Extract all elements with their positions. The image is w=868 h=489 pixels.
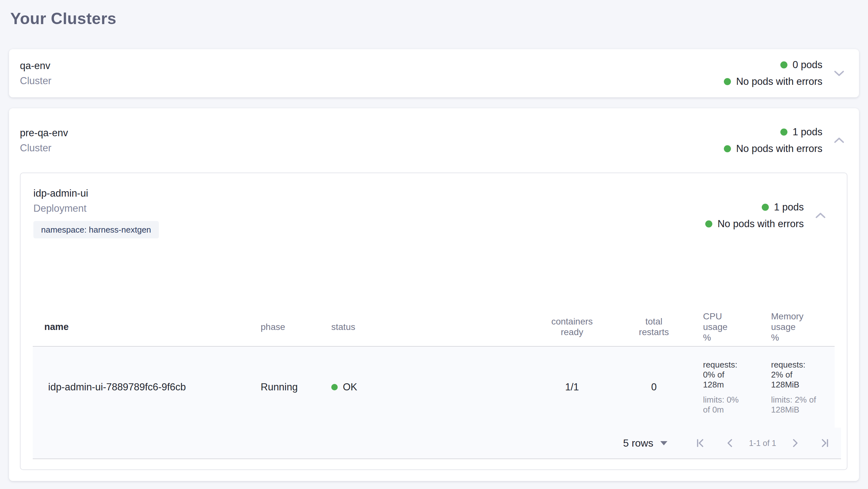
- cluster-header-qa-env[interactable]: qa-env Cluster 0 pods No pods with error…: [9, 49, 859, 97]
- pod-name-cell: idp-admin-ui-7889789fc6-9f6cb: [33, 346, 261, 428]
- dropdown-arrow-icon: [660, 441, 668, 445]
- cluster-card-pre-qa-env: pre-qa-env Cluster 1 pods No pods with e…: [9, 108, 859, 481]
- table-pagination: 5 rows 1-1 of 1: [33, 428, 841, 459]
- pods-count-line: 1 pods: [762, 201, 804, 213]
- pods-count-label: 1 pods: [774, 201, 804, 213]
- memory-limits: limits: 2% of 128MiB: [771, 395, 835, 415]
- cluster-card-qa-env: qa-env Cluster 0 pods No pods with error…: [9, 49, 859, 97]
- column-header-phase: phase: [261, 308, 331, 346]
- status-ok-dot: [705, 221, 712, 228]
- cluster-name: qa-env: [20, 60, 51, 72]
- pods-table: name phase status containers ready total…: [33, 308, 841, 459]
- deployment-card-idp-admin-ui: idp-admin-ui Deployment namespace: harne…: [20, 173, 847, 470]
- status-ok-dot: [331, 384, 338, 391]
- pods-errors-label: No pods with errors: [736, 143, 823, 154]
- table-header-row: name phase status containers ready total…: [33, 308, 835, 346]
- status-ok-dot: [724, 145, 731, 152]
- deployment-title-block: idp-admin-ui Deployment namespace: harne…: [33, 187, 159, 238]
- column-header-memory-usage: Memory usage %: [762, 308, 835, 346]
- cpu-requests: requests: 0% of 128m: [703, 360, 762, 390]
- pods-errors-line: No pods with errors: [724, 143, 823, 154]
- column-header-cpu-usage: CPU usage %: [694, 308, 762, 346]
- pods-summary: 1 pods No pods with errors: [724, 126, 823, 154]
- cluster-status-block: 0 pods No pods with errors: [724, 59, 847, 87]
- chevron-up-icon[interactable]: [831, 132, 847, 149]
- pod-status-label: OK: [343, 381, 357, 393]
- first-page-icon[interactable]: [695, 435, 707, 451]
- pods-errors-line: No pods with errors: [724, 76, 823, 87]
- namespace-badge: namespace: harness-nextgen: [33, 221, 159, 238]
- pods-count-label: 1 pods: [793, 126, 823, 138]
- previous-page-icon[interactable]: [724, 435, 736, 451]
- rows-per-page-select[interactable]: 5 rows: [623, 437, 668, 449]
- column-header-containers-ready: containers ready: [530, 308, 614, 346]
- column-header-status: status: [331, 308, 530, 346]
- pods-summary: 1 pods No pods with errors: [705, 201, 804, 230]
- deployment-kind-label: Deployment: [33, 202, 159, 214]
- cluster-status-block: 1 pods No pods with errors: [724, 126, 847, 154]
- cluster-title-block: qa-env Cluster: [20, 60, 51, 87]
- pod-status-cell: OK: [331, 346, 530, 428]
- deployment-status-block: 1 pods No pods with errors: [705, 201, 829, 230]
- pods-summary: 0 pods No pods with errors: [724, 59, 823, 87]
- last-page-icon[interactable]: [818, 435, 831, 451]
- pod-memory-usage-cell: requests: 2% of 128MiB limits: 2% of 128…: [762, 346, 835, 428]
- pagination-range-label: 1-1 of 1: [749, 438, 776, 448]
- deployment-name: idp-admin-ui: [33, 187, 159, 200]
- pods-errors-label: No pods with errors: [736, 76, 823, 87]
- cluster-kind-label: Cluster: [20, 142, 68, 154]
- pod-total-restarts-cell: 0: [614, 346, 694, 428]
- cluster-header-pre-qa-env[interactable]: pre-qa-env Cluster 1 pods No pods with e…: [9, 108, 859, 173]
- pods-errors-label: No pods with errors: [717, 218, 804, 230]
- next-page-icon[interactable]: [789, 435, 801, 451]
- chevron-up-icon[interactable]: [812, 207, 829, 224]
- pods-count-line: 1 pods: [780, 126, 823, 138]
- clusters-page: Your Clusters qa-env Cluster 0 pods No p…: [0, 0, 868, 481]
- cluster-title-block: pre-qa-env Cluster: [20, 127, 68, 154]
- pod-cpu-usage-cell: requests: 0% of 128m limits: 0% of 0m: [694, 346, 762, 428]
- pod-containers-ready-cell: 1/1: [530, 346, 614, 428]
- cluster-kind-label: Cluster: [20, 75, 51, 87]
- chevron-down-icon[interactable]: [831, 65, 847, 82]
- status-ok-dot: [780, 61, 787, 68]
- page-title: Your Clusters: [10, 9, 859, 28]
- cpu-limits: limits: 0% of 0m: [703, 395, 762, 415]
- deployment-header[interactable]: idp-admin-ui Deployment namespace: harne…: [21, 187, 847, 238]
- cluster-name: pre-qa-env: [20, 127, 68, 139]
- column-header-name: name: [33, 308, 261, 346]
- pods-errors-line: No pods with errors: [705, 218, 804, 230]
- status-ok-dot: [780, 128, 787, 136]
- memory-requests: requests: 2% of 128MiB: [771, 360, 835, 390]
- pod-phase-cell: Running: [261, 346, 331, 428]
- status-ok-dot: [762, 204, 769, 211]
- pods-count-label: 0 pods: [793, 59, 823, 71]
- column-header-total-restarts: total restarts: [614, 308, 694, 346]
- pods-count-line: 0 pods: [780, 59, 823, 71]
- rows-per-page-label: 5 rows: [623, 437, 653, 449]
- status-ok-dot: [724, 78, 731, 85]
- pod-table-row[interactable]: idp-admin-ui-7889789fc6-9f6cb Running OK…: [33, 346, 835, 428]
